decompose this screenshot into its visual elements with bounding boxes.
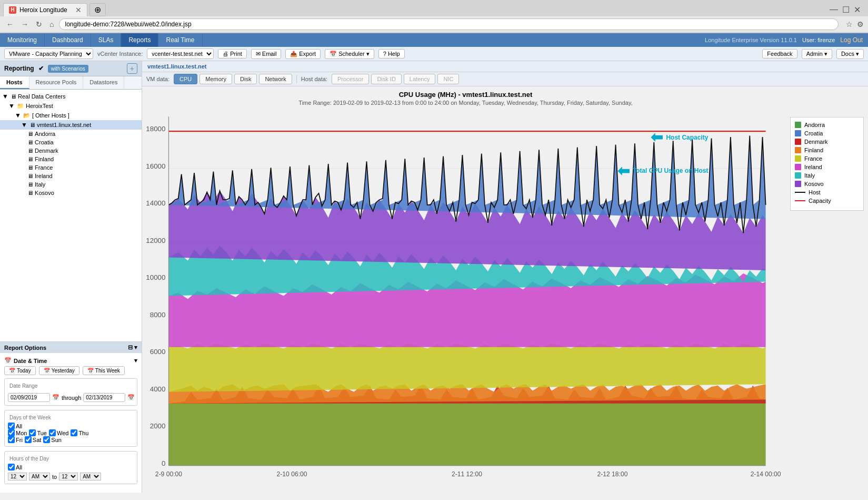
tree-item-kosovo[interactable]: 🖥 Kosovo bbox=[0, 189, 142, 197]
mon-checkbox-label[interactable]: Mon bbox=[8, 429, 27, 436]
extensions-icon[interactable]: ⚙ bbox=[857, 20, 864, 28]
sat-checkbox-label[interactable]: Sat bbox=[25, 436, 42, 443]
to-date-input[interactable] bbox=[83, 393, 125, 402]
wed-checkbox[interactable] bbox=[49, 429, 56, 436]
nav-reports[interactable]: Reports bbox=[121, 33, 158, 47]
vm-tabs: VM data: CPU Memory Disk Network Host da… bbox=[142, 72, 868, 86]
tue-checkbox-label[interactable]: Tue bbox=[29, 429, 47, 436]
url-input[interactable] bbox=[59, 18, 839, 30]
sat-checkbox[interactable] bbox=[25, 436, 32, 443]
today-button[interactable]: 📅 Today bbox=[4, 366, 36, 375]
calendar-icon-to[interactable]: 📅 bbox=[127, 394, 135, 401]
tree-item-andorra[interactable]: 🖥 Andorra bbox=[0, 130, 142, 138]
thu-checkbox[interactable] bbox=[71, 429, 77, 436]
forward-button[interactable]: → bbox=[19, 19, 31, 30]
reload-button[interactable]: ↻ bbox=[34, 19, 44, 30]
days-row-2: Fri Sat Sun bbox=[8, 436, 134, 443]
bookmark-icon[interactable]: ☆ bbox=[846, 20, 853, 28]
tab-latency[interactable]: Latency bbox=[404, 74, 436, 84]
nav-realtime[interactable]: Real Time bbox=[158, 33, 202, 47]
tree-item-ireland[interactable]: 🖥 Ireland bbox=[0, 172, 142, 180]
from-date-input[interactable] bbox=[8, 393, 50, 402]
home-button[interactable]: ⌂ bbox=[47, 19, 56, 30]
thu-checkbox-label[interactable]: Thu bbox=[71, 429, 88, 436]
from-period-select[interactable]: AM bbox=[29, 473, 50, 481]
app-logout-btn[interactable]: Log Out bbox=[840, 36, 863, 44]
legend-color-denmark bbox=[795, 139, 801, 145]
through-label: through bbox=[62, 395, 81, 401]
to-hour-select[interactable]: 12 bbox=[59, 473, 78, 481]
back-button[interactable]: ← bbox=[4, 19, 16, 30]
print-button[interactable]: 🖨 Print bbox=[218, 49, 247, 58]
tab-resource-pools[interactable]: Resource Pools bbox=[29, 76, 84, 89]
this-week-button[interactable]: 📅 This Week bbox=[83, 366, 125, 375]
address-bar-icons: ☆ ⚙ bbox=[846, 20, 864, 28]
browser-tab[interactable]: H Heroix Longitude ✕ bbox=[3, 3, 87, 16]
calendar-icon-from[interactable]: 📅 bbox=[52, 394, 59, 401]
tab-disk-id[interactable]: Disk ID bbox=[371, 74, 401, 84]
help-button[interactable]: ? Help bbox=[378, 49, 405, 58]
sun-checkbox-label[interactable]: Sun bbox=[43, 436, 62, 443]
svg-text:14000: 14000 bbox=[146, 199, 165, 207]
feedback-button[interactable]: Feedback bbox=[762, 49, 797, 58]
view-dropdown[interactable]: VMware - Capacity Planning bbox=[4, 48, 93, 59]
tab-datastores[interactable]: Datastores bbox=[83, 76, 124, 89]
legend-label-denmark: Denmark bbox=[804, 139, 828, 145]
tree-item-italy[interactable]: 🖥 Italy bbox=[0, 180, 142, 189]
date-time-collapse[interactable]: ▾ bbox=[134, 357, 137, 364]
vm-data-label: VM data: bbox=[146, 76, 169, 82]
maximize-icon[interactable]: ☐ bbox=[842, 5, 850, 15]
close-icon[interactable]: ✕ bbox=[854, 5, 861, 15]
tab-nic[interactable]: NIC bbox=[437, 74, 459, 84]
tree-item-croatia[interactable]: 🖥 Croatia bbox=[0, 138, 142, 146]
all-checkbox[interactable] bbox=[8, 423, 15, 429]
nav-dashboard[interactable]: Dashboard bbox=[45, 33, 91, 47]
scenarios-button[interactable]: with Scenarios bbox=[48, 65, 88, 73]
all-checkbox-label[interactable]: All bbox=[8, 423, 22, 429]
svg-text:6000: 6000 bbox=[150, 348, 166, 356]
nav-monitoring[interactable]: Monitoring bbox=[0, 33, 45, 47]
from-hour-select[interactable]: 12 bbox=[8, 473, 27, 481]
add-button[interactable]: + bbox=[127, 63, 137, 74]
left-panel: Reporting ✔ with Scenarios + Hosts Resou… bbox=[0, 61, 142, 493]
tree-item-real-data-centers[interactable]: ▼ 🖥 Real Data Centers bbox=[0, 92, 142, 101]
to-period-select[interactable]: AM bbox=[80, 473, 101, 481]
tab-cpu[interactable]: CPU bbox=[174, 74, 197, 84]
new-tab-button[interactable]: ⊕ bbox=[89, 3, 106, 16]
sun-checkbox[interactable] bbox=[43, 436, 50, 443]
options-content: 📅 Date & Time ▾ 📅 Today 📅 Yesterday 📅 Th… bbox=[0, 353, 142, 493]
mon-checkbox[interactable] bbox=[8, 429, 15, 436]
tree-item-finland[interactable]: 🖥 Finland bbox=[0, 155, 142, 163]
tab-processor[interactable]: Processor bbox=[332, 74, 370, 84]
tree-item-france[interactable]: 🖥 France bbox=[0, 163, 142, 172]
scheduler-button[interactable]: 📅 Scheduler ▾ bbox=[325, 49, 374, 59]
vcenter-dropdown[interactable]: vcenter-test.test.net bbox=[147, 48, 214, 59]
tree-item-other-hosts[interactable]: ▼ 📂 [ Other Hosts ] bbox=[0, 111, 142, 120]
tab-disk[interactable]: Disk bbox=[234, 74, 257, 84]
tue-checkbox[interactable] bbox=[29, 429, 36, 436]
wed-checkbox-label[interactable]: Wed bbox=[49, 429, 68, 436]
yesterday-button[interactable]: 📅 Yesterday bbox=[39, 366, 79, 375]
tab-hosts[interactable]: Hosts bbox=[0, 76, 29, 89]
tab-title: Heroix Longitude bbox=[19, 6, 67, 14]
fri-checkbox-label[interactable]: Fri bbox=[8, 436, 23, 443]
email-button[interactable]: ✉ Email bbox=[251, 49, 282, 59]
tab-close-icon[interactable]: ✕ bbox=[75, 6, 82, 14]
legend-color-andorra bbox=[795, 122, 801, 128]
days-of-week-box: Days of the Week All Mon Tue Wed Thu Fr bbox=[4, 410, 137, 447]
fri-checkbox[interactable] bbox=[8, 436, 15, 443]
tree-item-heroixtest[interactable]: ▼ 📁 HeroixTest bbox=[0, 101, 142, 111]
admin-button[interactable]: Admin ▾ bbox=[802, 49, 832, 59]
tree-item-vmtest1[interactable]: ▼ 🖥 vmtest1.linux.test.net bbox=[0, 120, 142, 130]
tree-item-denmark[interactable]: 🖥 Denmark bbox=[0, 146, 142, 155]
hours-all-checkbox[interactable] bbox=[8, 464, 15, 470]
legend-color-italy bbox=[795, 172, 801, 179]
tab-network[interactable]: Network bbox=[259, 74, 292, 84]
hours-all-checkbox-label[interactable]: All bbox=[8, 464, 22, 470]
export-button[interactable]: 📤 Export bbox=[285, 49, 321, 59]
docs-button[interactable]: Docs ▾ bbox=[836, 49, 864, 59]
nav-slas[interactable]: SLAs bbox=[91, 33, 122, 47]
minimize-icon[interactable]: — bbox=[830, 5, 838, 15]
tab-memory[interactable]: Memory bbox=[199, 74, 232, 84]
report-options-header[interactable]: Report Options ⊟ ▾ bbox=[0, 342, 142, 353]
